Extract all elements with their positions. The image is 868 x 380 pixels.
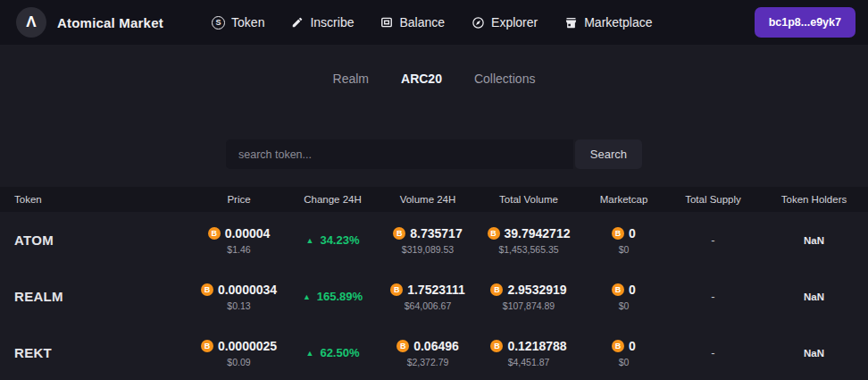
token-holders-cell: NaN — [760, 291, 868, 302]
total-volume-cell: 39.7942712 $1,453,565.35 — [476, 226, 581, 255]
col-header-total-volume: Total Volume — [476, 194, 581, 205]
nav-item-label: Token — [231, 15, 264, 30]
compass-icon — [472, 16, 485, 30]
total-supply-cell: - — [666, 233, 760, 247]
token-name: REALM — [0, 289, 192, 304]
price-cell: 0.0000025 $0.09 — [192, 339, 286, 367]
atomical-logo-icon: Λ — [16, 7, 46, 38]
total-volume-usd: $107,874.89 — [476, 300, 581, 311]
volume-24h-cell: 1.7523111 $64,006.67 — [380, 283, 476, 311]
bitcoin-icon — [201, 283, 213, 296]
token-holders-cell: NaN — [760, 348, 868, 359]
marketcap-usd: $0 — [581, 300, 666, 311]
token-name: ATOM — [0, 232, 192, 248]
table-header-row: Token Price Change 24H Volume 24H Total … — [0, 187, 868, 212]
bitcoin-icon — [612, 340, 624, 352]
total-supply-cell: - — [666, 346, 760, 359]
marketcap-usd: $0 — [581, 357, 666, 367]
store-icon — [564, 16, 578, 30]
col-header-change-24h: Change 24H — [286, 194, 380, 205]
change-24h-cell: 34.23% — [286, 233, 380, 247]
bitcoin-icon — [208, 227, 221, 240]
marketcap-cell: 0 $0 — [581, 226, 666, 255]
volume-24h-usd: $2,372.79 — [380, 357, 476, 367]
nav-item-label: Explorer — [491, 15, 538, 30]
nav-item-inscribe[interactable]: Inscribe — [291, 15, 354, 30]
token-dollar-icon — [212, 16, 225, 30]
bitcoin-icon — [490, 283, 503, 296]
nav-item-token[interactable]: Token — [212, 15, 264, 30]
price-cell: 0.0000034 $0.13 — [192, 283, 286, 311]
price-usd: $0.09 — [192, 357, 286, 367]
token-holders-cell: NaN — [760, 235, 868, 246]
pencil-icon — [291, 16, 304, 29]
col-header-volume-24h: Volume 24H — [380, 194, 476, 205]
bitcoin-icon — [201, 340, 213, 352]
token-name: REKT — [0, 345, 192, 360]
total-volume-usd: $4,451.87 — [476, 357, 581, 367]
search-input[interactable] — [226, 139, 573, 169]
marketcap-cell: 0 $0 — [581, 339, 666, 367]
col-header-price: Price — [192, 194, 286, 205]
bitcoin-icon — [488, 227, 500, 240]
search-button[interactable]: Search — [575, 139, 642, 169]
brand[interactable]: Λ Atomical Market — [16, 7, 163, 38]
nav-item-label: Inscribe — [310, 15, 354, 30]
col-header-total-supply: Total Supply — [666, 194, 760, 205]
up-arrow-icon — [305, 349, 313, 358]
table-row[interactable]: REKT 0.0000025 $0.09 62.50% 0.06496 $2,3… — [0, 325, 868, 380]
marketcap-usd: $0 — [581, 244, 666, 255]
wallet-address-button[interactable]: bc1p8...e9yk7 — [755, 7, 855, 38]
volume-24h-cell: 8.735717 $319,089.53 — [380, 226, 476, 255]
main-nav: Token Inscribe Balance Explorer Marketpl… — [212, 15, 652, 30]
volume-24h-usd: $64,006.67 — [380, 300, 476, 311]
tab-collections[interactable]: Collections — [474, 72, 535, 86]
up-arrow-icon — [305, 236, 313, 245]
price-usd: $0.13 — [192, 300, 286, 311]
volume-24h-usd: $319,089.53 — [380, 244, 476, 255]
nav-item-explorer[interactable]: Explorer — [472, 15, 538, 30]
total-volume-cell: 2.9532919 $107,874.89 — [476, 283, 581, 311]
col-header-token: Token — [0, 194, 192, 205]
nav-item-balance[interactable]: Balance — [380, 15, 445, 30]
change-24h-cell: 165.89% — [286, 290, 380, 303]
search-bar: Search — [226, 139, 642, 169]
brand-name: Atomical Market — [57, 15, 163, 30]
search-row: Search — [0, 139, 868, 169]
col-header-token-holders: Token Holders — [760, 194, 868, 205]
bitcoin-icon — [490, 340, 503, 352]
nav-item-label: Balance — [399, 15, 445, 30]
tab-realm[interactable]: Realm — [333, 72, 369, 86]
price-cell: 0.00004 $1.46 — [192, 226, 286, 255]
nav-item-marketplace[interactable]: Marketplace — [564, 15, 652, 30]
wallet-card-icon — [380, 16, 393, 29]
table-row[interactable]: REALM 0.0000034 $0.13 165.89% 1.7523111 … — [0, 268, 868, 325]
bitcoin-icon — [612, 283, 624, 296]
total-supply-cell: - — [666, 290, 760, 303]
total-volume-cell: 0.1218788 $4,451.87 — [476, 339, 581, 367]
volume-24h-cell: 0.06496 $2,372.79 — [380, 339, 476, 367]
marketcap-cell: 0 $0 — [581, 283, 666, 311]
up-arrow-icon — [303, 292, 311, 301]
tab-arc20[interactable]: ARC20 — [401, 72, 442, 86]
col-header-marketcap: Marketcap — [581, 194, 666, 205]
category-tabs: Realm ARC20 Collections — [0, 45, 868, 86]
bitcoin-icon — [612, 227, 624, 240]
top-navbar: Λ Atomical Market Token Inscribe Balance… — [0, 0, 868, 45]
bitcoin-icon — [396, 340, 409, 352]
token-table: Token Price Change 24H Volume 24H Total … — [0, 187, 868, 380]
nav-item-label: Marketplace — [584, 15, 652, 30]
price-usd: $1.46 — [192, 244, 286, 255]
change-24h-cell: 62.50% — [286, 346, 380, 359]
bitcoin-icon — [393, 227, 405, 240]
total-volume-usd: $1,453,565.35 — [476, 244, 581, 255]
table-row[interactable]: ATOM 0.00004 $1.46 34.23% 8.735717 $319,… — [0, 212, 868, 268]
bitcoin-icon — [390, 283, 403, 296]
